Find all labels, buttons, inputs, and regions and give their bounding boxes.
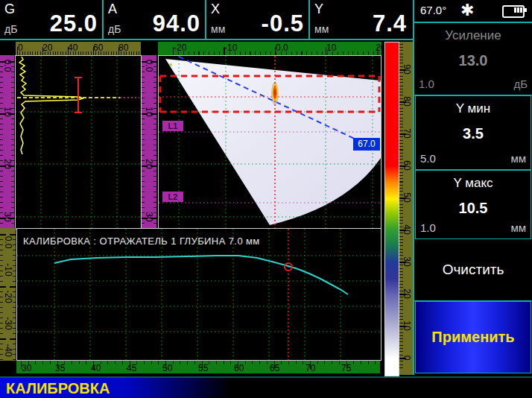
tick-label: 0.0 xyxy=(3,60,12,72)
readout-letter: G xyxy=(4,1,15,17)
tcg-curve xyxy=(54,256,348,294)
sidebar-menu: 67.0° ✱ Усиление 13.0 1.0 дБ Y мин 3.5 5… xyxy=(413,0,532,375)
device-screen: G дБ 25.0 A дБ 94.0 X мм -0.5 Y мм 7.4 0… xyxy=(0,0,532,398)
amplitude-colorbar xyxy=(384,42,399,376)
readout-unit: дБ xyxy=(108,23,121,35)
freeze-icon: ✱ xyxy=(460,1,474,20)
calibration-title: КАЛИБРОВКА : ОТРАЖАТЕЛЬ 1 ГЛУБИНА 7.0 мм xyxy=(23,236,260,247)
menu-item-y-max[interactable]: Y макс 10.5 1.0 мм xyxy=(415,170,531,239)
tick-label: 30 xyxy=(402,256,411,266)
tick-label: 0 xyxy=(402,356,411,361)
top-measurement-bar: G дБ 25.0 A дБ 94.0 X мм -0.5 Y мм 7.4 xyxy=(0,0,413,40)
ascan-plot-canvas xyxy=(16,56,141,229)
tick-label: -20 xyxy=(174,43,186,52)
readout-letter: A xyxy=(108,1,117,17)
tick-label: 20 xyxy=(145,159,153,168)
bottom-status-bar: КАЛИБРОВКА xyxy=(0,376,532,398)
tick-label: 60 xyxy=(402,160,411,170)
calibration-x-ruler: 30354045505560657075 xyxy=(16,361,380,373)
ascan-plot xyxy=(15,55,142,230)
tick-label: 30 xyxy=(22,364,31,373)
readout-letter: X xyxy=(211,1,220,17)
tick-label: 10 xyxy=(145,107,153,116)
menu-item-value: 13.0 xyxy=(414,52,532,69)
calibration-plot-canvas xyxy=(17,229,381,360)
tick-label: 0 xyxy=(18,43,23,52)
calibration-db-ruler: 0.0-10-20-30-40 xyxy=(0,228,16,361)
tick-label: 0.0 xyxy=(145,60,153,72)
calibration-plot: КАЛИБРОВКА : ОТРАЖАТЕЛЬ 1 ГЛУБИНА 7.0 мм xyxy=(16,228,381,361)
tick-label: 35 xyxy=(55,364,65,373)
tick-label: 55 xyxy=(198,364,208,373)
layer-label-l2: L2 xyxy=(162,192,183,202)
menu-item-title: Усиление xyxy=(414,28,532,43)
tick-label: 65 xyxy=(270,364,279,373)
menu-item-value: 3.5 xyxy=(416,125,531,142)
tick-label: 20 xyxy=(402,288,411,298)
readout-gain: G дБ 25.0 xyxy=(0,0,104,39)
sector-x-ruler: -20-100.01020 xyxy=(158,42,381,55)
menu-item-step: 5.0 xyxy=(420,152,436,165)
status-row: 67.0° ✱ xyxy=(414,0,532,23)
tick-label: 20 xyxy=(42,43,52,52)
menu-item-value: 10.5 xyxy=(416,200,531,217)
readout-value: 25.0 xyxy=(50,10,98,37)
tick-label: 30 xyxy=(145,212,153,221)
tick-label: 50 xyxy=(402,192,411,202)
tick-label: -20 xyxy=(4,290,13,303)
readout-value: 7.4 xyxy=(373,10,407,37)
apply-button[interactable]: Применить xyxy=(415,301,531,373)
menu-item-unit: мм xyxy=(510,152,526,165)
sector-plot: L1 L2 67.0 xyxy=(158,55,381,230)
menu-item-step: 1.0 xyxy=(419,78,434,90)
readout-unit: дБ xyxy=(4,23,17,35)
tick-label: 60 xyxy=(93,43,103,52)
tick-label: 80 xyxy=(118,43,128,52)
tick-label: 90 xyxy=(402,64,411,74)
tick-label: 30 xyxy=(3,212,12,221)
tick-label: -10 xyxy=(4,263,13,276)
shared-depth-ruler: 0.0102030 xyxy=(142,55,156,230)
ascan-depth-ruler-left: 0.0102030 xyxy=(0,55,14,230)
readout-y: Y мм 7.4 xyxy=(310,0,411,39)
probe-angle-readout: 67.0° xyxy=(420,4,446,16)
colorbar-ruler: 9080706050403020100 xyxy=(399,42,414,375)
tick-label: 0.0 xyxy=(276,43,288,52)
readout-amplitude: A дБ 94.0 xyxy=(104,0,206,39)
menu-item-step: 1.0 xyxy=(420,221,436,234)
sector-surface-dot xyxy=(169,63,172,66)
tick-label: 70 xyxy=(402,128,411,138)
readout-x: X мм -0.5 xyxy=(206,0,310,39)
tick-label: 0.0 xyxy=(4,236,13,249)
tick-label: 10 xyxy=(3,107,12,116)
readout-letter: Y xyxy=(314,1,323,17)
tick-label: -30 xyxy=(4,317,13,329)
tick-label: -40 xyxy=(4,344,13,356)
tick-label: 50 xyxy=(162,364,172,373)
tick-label: 45 xyxy=(127,364,136,373)
battery-icon xyxy=(502,5,525,18)
tick-label: 60 xyxy=(234,364,244,373)
tick-label: 20 xyxy=(376,43,381,52)
menu-item-unit: мм xyxy=(510,221,526,234)
readout-unit: мм xyxy=(314,23,329,35)
beam-angle-badge: 67.0 xyxy=(353,138,380,151)
readout-value: 94.0 xyxy=(153,10,200,37)
sector-plot-canvas xyxy=(159,56,381,229)
tick-label: 75 xyxy=(341,364,351,373)
tick-label: 10 xyxy=(326,43,336,52)
tick-label: 40 xyxy=(68,43,77,52)
tick-label: 70 xyxy=(305,364,315,373)
tick-label: 80 xyxy=(402,96,411,106)
ascan-gate-cursor xyxy=(75,78,82,113)
menu-item-title: Y мин xyxy=(416,101,531,116)
readout-value: -0.5 xyxy=(262,10,304,37)
menu-item-gain[interactable]: Усиление 13.0 1.0 дБ xyxy=(414,23,532,95)
menu-item-title: Y макс xyxy=(416,176,531,191)
menu-item-unit: дБ xyxy=(513,78,528,90)
clear-button[interactable]: Очистить xyxy=(414,239,532,301)
tick-label: -10 xyxy=(224,43,237,52)
menu-item-y-min[interactable]: Y мин 3.5 5.0 мм xyxy=(415,95,531,170)
tick-label: 40 xyxy=(402,224,411,234)
tick-label: 10 xyxy=(402,320,411,330)
